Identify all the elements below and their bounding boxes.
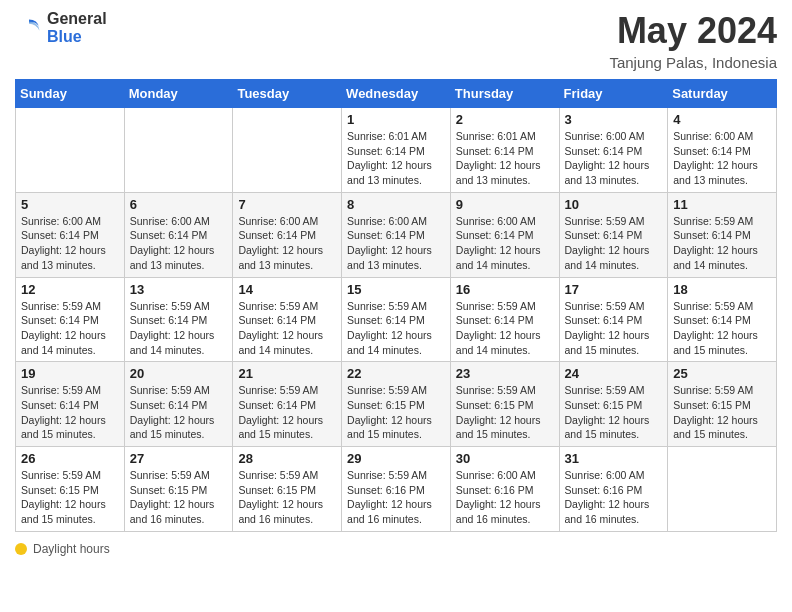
title-block: May 2024 Tanjung Palas, Indonesia xyxy=(609,10,777,71)
day-number: 2 xyxy=(456,112,554,127)
day-info: Sunrise: 5:59 AM Sunset: 6:15 PM Dayligh… xyxy=(673,383,771,442)
calendar-cell: 4Sunrise: 6:00 AM Sunset: 6:14 PM Daylig… xyxy=(668,108,777,193)
calendar-cell: 9Sunrise: 6:00 AM Sunset: 6:14 PM Daylig… xyxy=(450,192,559,277)
calendar-cell: 25Sunrise: 5:59 AM Sunset: 6:15 PM Dayli… xyxy=(668,362,777,447)
day-info: Sunrise: 6:00 AM Sunset: 6:16 PM Dayligh… xyxy=(456,468,554,527)
day-info: Sunrise: 6:00 AM Sunset: 6:16 PM Dayligh… xyxy=(565,468,663,527)
day-number: 30 xyxy=(456,451,554,466)
calendar-cell: 1Sunrise: 6:01 AM Sunset: 6:14 PM Daylig… xyxy=(342,108,451,193)
calendar-cell: 6Sunrise: 6:00 AM Sunset: 6:14 PM Daylig… xyxy=(124,192,233,277)
calendar-cell: 5Sunrise: 6:00 AM Sunset: 6:14 PM Daylig… xyxy=(16,192,125,277)
day-info: Sunrise: 6:00 AM Sunset: 6:14 PM Dayligh… xyxy=(673,129,771,188)
calendar-cell xyxy=(16,108,125,193)
day-number: 19 xyxy=(21,366,119,381)
calendar-cell: 10Sunrise: 5:59 AM Sunset: 6:14 PM Dayli… xyxy=(559,192,668,277)
day-number: 21 xyxy=(238,366,336,381)
day-number: 15 xyxy=(347,282,445,297)
day-info: Sunrise: 6:00 AM Sunset: 6:14 PM Dayligh… xyxy=(130,214,228,273)
day-info: Sunrise: 6:01 AM Sunset: 6:14 PM Dayligh… xyxy=(456,129,554,188)
calendar-day-header: Tuesday xyxy=(233,80,342,108)
calendar-cell xyxy=(124,108,233,193)
calendar-cell: 22Sunrise: 5:59 AM Sunset: 6:15 PM Dayli… xyxy=(342,362,451,447)
day-number: 14 xyxy=(238,282,336,297)
day-info: Sunrise: 6:01 AM Sunset: 6:14 PM Dayligh… xyxy=(347,129,445,188)
day-number: 23 xyxy=(456,366,554,381)
location-text: Tanjung Palas, Indonesia xyxy=(609,54,777,71)
day-info: Sunrise: 6:00 AM Sunset: 6:14 PM Dayligh… xyxy=(347,214,445,273)
day-number: 16 xyxy=(456,282,554,297)
month-title: May 2024 xyxy=(609,10,777,52)
calendar-cell: 8Sunrise: 6:00 AM Sunset: 6:14 PM Daylig… xyxy=(342,192,451,277)
calendar-day-header: Thursday xyxy=(450,80,559,108)
day-info: Sunrise: 6:00 AM Sunset: 6:14 PM Dayligh… xyxy=(456,214,554,273)
calendar-cell: 11Sunrise: 5:59 AM Sunset: 6:14 PM Dayli… xyxy=(668,192,777,277)
calendar-cell: 16Sunrise: 5:59 AM Sunset: 6:14 PM Dayli… xyxy=(450,277,559,362)
calendar-cell: 31Sunrise: 6:00 AM Sunset: 6:16 PM Dayli… xyxy=(559,447,668,532)
calendar-cell: 29Sunrise: 5:59 AM Sunset: 6:16 PM Dayli… xyxy=(342,447,451,532)
calendar-cell: 18Sunrise: 5:59 AM Sunset: 6:14 PM Dayli… xyxy=(668,277,777,362)
calendar-cell xyxy=(668,447,777,532)
calendar-cell xyxy=(233,108,342,193)
logo-general-text: General xyxy=(47,10,107,28)
daylight-label: Daylight hours xyxy=(33,542,110,556)
day-number: 29 xyxy=(347,451,445,466)
day-info: Sunrise: 5:59 AM Sunset: 6:15 PM Dayligh… xyxy=(347,383,445,442)
logo-blue-text: Blue xyxy=(47,28,107,46)
day-number: 26 xyxy=(21,451,119,466)
calendar-cell: 15Sunrise: 5:59 AM Sunset: 6:14 PM Dayli… xyxy=(342,277,451,362)
day-info: Sunrise: 5:59 AM Sunset: 6:14 PM Dayligh… xyxy=(673,299,771,358)
daylight-icon xyxy=(15,543,27,555)
calendar-week-row: 26Sunrise: 5:59 AM Sunset: 6:15 PM Dayli… xyxy=(16,447,777,532)
calendar-cell: 21Sunrise: 5:59 AM Sunset: 6:14 PM Dayli… xyxy=(233,362,342,447)
day-info: Sunrise: 5:59 AM Sunset: 6:14 PM Dayligh… xyxy=(238,383,336,442)
day-info: Sunrise: 5:59 AM Sunset: 6:15 PM Dayligh… xyxy=(565,383,663,442)
day-number: 20 xyxy=(130,366,228,381)
calendar-header-row: SundayMondayTuesdayWednesdayThursdayFrid… xyxy=(16,80,777,108)
calendar-cell: 24Sunrise: 5:59 AM Sunset: 6:15 PM Dayli… xyxy=(559,362,668,447)
day-info: Sunrise: 5:59 AM Sunset: 6:14 PM Dayligh… xyxy=(456,299,554,358)
logo: General Blue xyxy=(15,10,107,45)
day-info: Sunrise: 6:00 AM Sunset: 6:14 PM Dayligh… xyxy=(238,214,336,273)
calendar-cell: 23Sunrise: 5:59 AM Sunset: 6:15 PM Dayli… xyxy=(450,362,559,447)
day-info: Sunrise: 5:59 AM Sunset: 6:16 PM Dayligh… xyxy=(347,468,445,527)
calendar-week-row: 19Sunrise: 5:59 AM Sunset: 6:14 PM Dayli… xyxy=(16,362,777,447)
day-number: 3 xyxy=(565,112,663,127)
day-number: 1 xyxy=(347,112,445,127)
calendar-cell: 19Sunrise: 5:59 AM Sunset: 6:14 PM Dayli… xyxy=(16,362,125,447)
day-number: 22 xyxy=(347,366,445,381)
calendar-week-row: 12Sunrise: 5:59 AM Sunset: 6:14 PM Dayli… xyxy=(16,277,777,362)
day-info: Sunrise: 6:00 AM Sunset: 6:14 PM Dayligh… xyxy=(565,129,663,188)
day-info: Sunrise: 6:00 AM Sunset: 6:14 PM Dayligh… xyxy=(21,214,119,273)
day-number: 25 xyxy=(673,366,771,381)
day-info: Sunrise: 5:59 AM Sunset: 6:14 PM Dayligh… xyxy=(21,299,119,358)
day-info: Sunrise: 5:59 AM Sunset: 6:15 PM Dayligh… xyxy=(130,468,228,527)
day-info: Sunrise: 5:59 AM Sunset: 6:14 PM Dayligh… xyxy=(565,214,663,273)
calendar-cell: 20Sunrise: 5:59 AM Sunset: 6:14 PM Dayli… xyxy=(124,362,233,447)
day-number: 4 xyxy=(673,112,771,127)
day-number: 31 xyxy=(565,451,663,466)
day-number: 7 xyxy=(238,197,336,212)
calendar-day-header: Sunday xyxy=(16,80,125,108)
calendar-cell: 17Sunrise: 5:59 AM Sunset: 6:14 PM Dayli… xyxy=(559,277,668,362)
day-info: Sunrise: 5:59 AM Sunset: 6:15 PM Dayligh… xyxy=(238,468,336,527)
day-number: 8 xyxy=(347,197,445,212)
day-number: 9 xyxy=(456,197,554,212)
day-number: 11 xyxy=(673,197,771,212)
calendar-cell: 2Sunrise: 6:01 AM Sunset: 6:14 PM Daylig… xyxy=(450,108,559,193)
day-number: 12 xyxy=(21,282,119,297)
day-number: 27 xyxy=(130,451,228,466)
calendar-day-header: Friday xyxy=(559,80,668,108)
calendar-cell: 12Sunrise: 5:59 AM Sunset: 6:14 PM Dayli… xyxy=(16,277,125,362)
calendar-cell: 27Sunrise: 5:59 AM Sunset: 6:15 PM Dayli… xyxy=(124,447,233,532)
day-info: Sunrise: 5:59 AM Sunset: 6:14 PM Dayligh… xyxy=(347,299,445,358)
calendar-cell: 30Sunrise: 6:00 AM Sunset: 6:16 PM Dayli… xyxy=(450,447,559,532)
day-number: 18 xyxy=(673,282,771,297)
generalblue-logo-icon xyxy=(15,14,43,42)
page-header: General Blue May 2024 Tanjung Palas, Ind… xyxy=(15,10,777,71)
calendar-week-row: 1Sunrise: 6:01 AM Sunset: 6:14 PM Daylig… xyxy=(16,108,777,193)
calendar-cell: 14Sunrise: 5:59 AM Sunset: 6:14 PM Dayli… xyxy=(233,277,342,362)
day-number: 17 xyxy=(565,282,663,297)
calendar-footer: Daylight hours xyxy=(15,542,777,556)
day-info: Sunrise: 5:59 AM Sunset: 6:14 PM Dayligh… xyxy=(565,299,663,358)
calendar-day-header: Wednesday xyxy=(342,80,451,108)
